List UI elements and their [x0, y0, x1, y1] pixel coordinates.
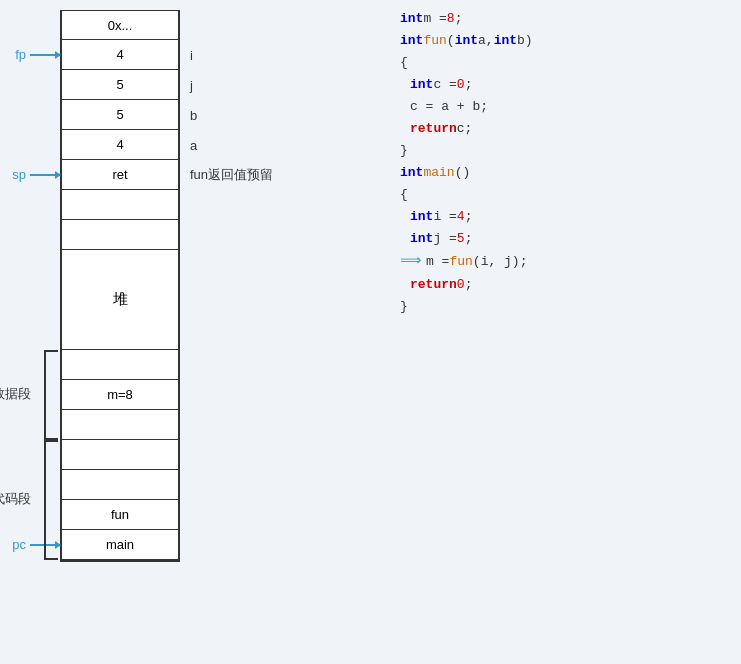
code-token: 8	[447, 9, 455, 30]
stack-cell: 4i	[62, 40, 178, 70]
code-token: int	[494, 31, 517, 52]
stack-cell-label: b	[190, 107, 197, 122]
data-section-cell	[62, 410, 178, 440]
code-token: m =	[423, 9, 446, 30]
code-token: b)	[517, 31, 533, 52]
code-token: ;	[465, 229, 473, 250]
code-token: }	[400, 141, 408, 162]
code-line: }	[390, 296, 731, 318]
stack-empty-cell	[62, 220, 178, 250]
code-line: int j = 5;	[390, 228, 731, 250]
code-section-cell: fun	[62, 500, 178, 530]
heap-area: 堆	[62, 250, 178, 350]
code-token: int	[400, 9, 423, 30]
code-line: return c;	[390, 118, 731, 140]
code-line: int main()	[390, 162, 731, 184]
code-token: c = a + b;	[410, 97, 488, 118]
code-section-bracket	[44, 440, 58, 560]
code-token: j =	[433, 229, 456, 250]
code-token: c =	[433, 75, 456, 96]
code-token: ;	[465, 207, 473, 228]
code-line: int m = 8;	[390, 8, 731, 30]
code-token: main	[423, 163, 454, 184]
code-token: int	[400, 31, 423, 52]
code-line: {	[390, 184, 731, 206]
code-token: fun	[423, 31, 446, 52]
fp-arrow: fp	[15, 47, 60, 62]
code-token: (	[447, 31, 455, 52]
sp-label: sp	[12, 167, 26, 182]
stack-column: 0x...4i5j5b4aretfun返回值预留堆m=8funmain	[60, 10, 180, 562]
stack-cell: 5b	[62, 100, 178, 130]
code-token: {	[400, 185, 408, 206]
stack-cell: 4a	[62, 130, 178, 160]
code-token: 0	[457, 75, 465, 96]
memory-diagram: 0x...4i5j5b4aretfun返回值预留堆m=8funmainfpspp…	[0, 0, 380, 664]
current-line-arrow: ⟹	[400, 250, 422, 274]
code-line: int i = 4;	[390, 206, 731, 228]
stack-cell: retfun返回值预留	[62, 160, 178, 190]
code-token: ;	[465, 275, 473, 296]
code-token: i, j);	[481, 252, 528, 273]
stack-cell: 5j	[62, 70, 178, 100]
code-line: }	[390, 140, 731, 162]
data-section-label: 数据段	[0, 385, 31, 403]
fp-label: fp	[15, 47, 26, 62]
code-section-cell: main	[62, 530, 178, 560]
code-line: {	[390, 52, 731, 74]
code-token: fun	[449, 252, 472, 273]
code-token: m =	[426, 252, 449, 273]
stack-cell-label: a	[190, 137, 197, 152]
code-line: return 0;	[390, 274, 731, 296]
code-token: int	[410, 207, 433, 228]
code-token: return	[410, 275, 457, 296]
code-token: c;	[457, 119, 473, 140]
code-token: ;	[465, 75, 473, 96]
data-section-cell: m=8	[62, 380, 178, 410]
code-line: int c = 0;	[390, 74, 731, 96]
code-section-cell	[62, 470, 178, 500]
code-token: 5	[457, 229, 465, 250]
code-token: ()	[455, 163, 471, 184]
code-token: 0	[457, 275, 465, 296]
code-token: ;	[455, 9, 463, 30]
code-section-label: 代码段	[0, 490, 31, 508]
code-line: c = a + b;	[390, 96, 731, 118]
code-panel: int m = 8;int fun(int a,int b){int c = 0…	[380, 0, 741, 664]
sp-arrow: sp	[12, 167, 60, 182]
stack-cell-label: fun返回值预留	[190, 166, 273, 184]
code-line: ⟹m = fun(i, j);	[400, 250, 731, 274]
data-section-bracket	[44, 350, 58, 440]
code-token: a,	[478, 31, 494, 52]
code-token: }	[400, 297, 408, 318]
code-token: (	[473, 252, 481, 273]
code-token: int	[400, 163, 423, 184]
code-token: i =	[433, 207, 456, 228]
stack-cell-label: i	[190, 47, 193, 62]
code-token: 4	[457, 207, 465, 228]
code-token: int	[455, 31, 478, 52]
stack-empty-cell	[62, 190, 178, 220]
code-token: {	[400, 53, 408, 74]
data-section-cell	[62, 350, 178, 380]
code-token: int	[410, 229, 433, 250]
code-section-cell	[62, 440, 178, 470]
code-token: return	[410, 119, 457, 140]
stack-cell: 0x...	[62, 10, 178, 40]
pc-label: pc	[12, 537, 26, 552]
code-line: int fun(int a,int b)	[390, 30, 731, 52]
code-token: int	[410, 75, 433, 96]
stack-cell-label: j	[190, 77, 193, 92]
